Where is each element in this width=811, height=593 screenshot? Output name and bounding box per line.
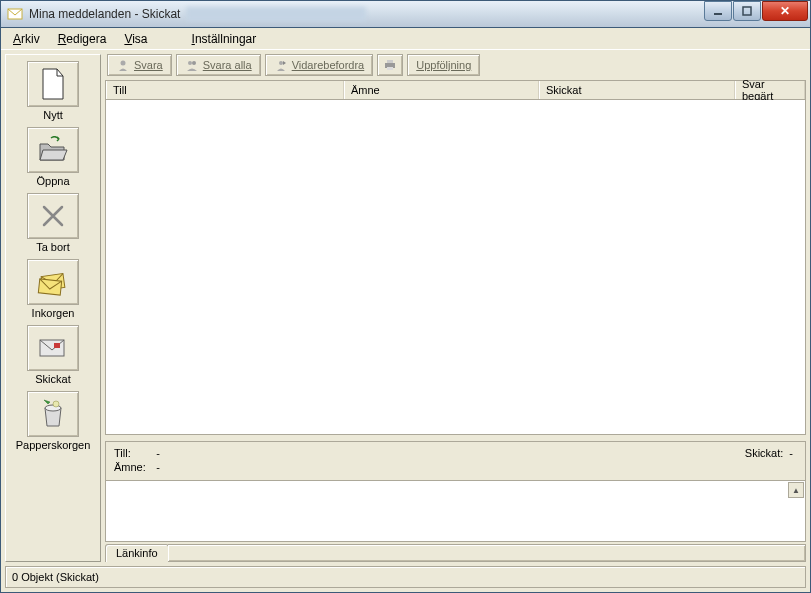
skickat-button[interactable]	[27, 325, 79, 371]
delete-icon	[39, 202, 67, 230]
svg-rect-14	[387, 60, 393, 63]
minimize-button[interactable]	[704, 1, 732, 21]
svg-point-10	[188, 61, 192, 65]
reply-all-icon	[185, 58, 199, 72]
svg-point-8	[53, 401, 59, 407]
detail-skickat-value: -	[789, 446, 793, 460]
column-label: Svar begärt	[742, 78, 798, 102]
app-icon	[7, 6, 23, 22]
svg-rect-15	[387, 67, 393, 70]
detail-till-value: -	[154, 446, 162, 460]
detail-header: Till: - Ämne: - Skickat: -	[105, 441, 806, 480]
svg-point-12	[279, 61, 283, 65]
menu-arkiv[interactable]: Arkiv	[5, 30, 48, 48]
detail-amne-value: -	[154, 460, 162, 474]
sidebar-item-label: Nytt	[43, 109, 63, 121]
new-document-icon	[39, 67, 67, 101]
status-text: 0 Objekt (Skickat)	[12, 571, 99, 583]
toolbar-label: Svara	[134, 59, 163, 71]
column-amne[interactable]: Ämne	[344, 81, 539, 99]
window-title: Mina meddelanden - Skickat	[29, 7, 180, 21]
svg-rect-1	[714, 13, 722, 15]
column-label: Ämne	[351, 84, 380, 96]
trash-icon	[38, 398, 68, 430]
svg-rect-6	[54, 343, 60, 348]
inkorgen-button[interactable]	[27, 259, 79, 305]
sidebar-item-label: Inkorgen	[32, 307, 75, 319]
svg-point-11	[192, 61, 196, 65]
svg-point-9	[121, 61, 126, 66]
sidebar-item-label: Papperskorgen	[16, 439, 91, 451]
open-folder-icon	[37, 136, 69, 164]
tab-content-bar	[168, 544, 806, 562]
sidebar-item-papperskorgen[interactable]: Papperskorgen	[13, 391, 93, 451]
column-till[interactable]: Till	[106, 81, 344, 99]
papperskorgen-button[interactable]	[27, 391, 79, 437]
content-area: Svara Svara alla Vidarebefordra	[105, 54, 806, 562]
sidebar-item-label: Ta bort	[36, 241, 70, 253]
reply-icon	[116, 58, 130, 72]
column-label: Till	[113, 84, 127, 96]
sidebar: Nytt Öppna	[5, 54, 101, 562]
column-svar[interactable]: Svar begärt	[735, 81, 805, 99]
tab-label: Länkinfo	[116, 547, 158, 559]
svg-rect-2	[743, 7, 751, 15]
tab-lankinfo[interactable]: Länkinfo	[105, 544, 169, 562]
sidebar-item-label: Skickat	[35, 373, 70, 385]
menu-label: nställningar	[195, 32, 256, 46]
menu-visa[interactable]: Visa	[116, 30, 155, 48]
client-area: Arkiv Redigera Visa Inställningar Nytt	[0, 28, 811, 593]
inbox-icon	[36, 267, 70, 297]
main-row: Nytt Öppna	[1, 50, 810, 566]
list-header: Till Ämne Skickat Svar begärt	[105, 80, 806, 100]
toolbar-label: Vidarebefordra	[292, 59, 365, 71]
sidebar-item-inkorgen[interactable]: Inkorgen	[13, 259, 93, 319]
tabort-button[interactable]	[27, 193, 79, 239]
nytt-button[interactable]	[27, 61, 79, 107]
forward-icon	[274, 58, 288, 72]
detail-skickat-label: Skickat:	[745, 446, 784, 460]
message-list[interactable]	[105, 100, 806, 435]
sidebar-item-tabort[interactable]: Ta bort	[13, 193, 93, 253]
sidebar-item-skickat[interactable]: Skickat	[13, 325, 93, 385]
vidarebefordra-button[interactable]: Vidarebefordra	[265, 54, 374, 76]
column-skickat[interactable]: Skickat	[539, 81, 735, 99]
detail-body[interactable]: ▲	[105, 480, 806, 542]
uppfoljning-button[interactable]: Uppföljning	[407, 54, 480, 76]
svara-alla-button[interactable]: Svara alla	[176, 54, 261, 76]
sidebar-item-nytt[interactable]: Nytt	[13, 61, 93, 121]
toolbar-label: Uppföljning	[416, 59, 471, 71]
statusbar: 0 Objekt (Skickat)	[5, 566, 806, 588]
menu-installningar[interactable]: Inställningar	[184, 30, 265, 48]
menu-redigera[interactable]: Redigera	[50, 30, 115, 48]
tab-row: Länkinfo	[105, 544, 806, 562]
titlebar-blur	[186, 7, 366, 21]
maximize-button[interactable]	[733, 1, 761, 21]
print-button[interactable]	[377, 54, 403, 76]
titlebar: Mina meddelanden - Skickat ✕	[0, 0, 811, 28]
menubar: Arkiv Redigera Visa Inställningar	[1, 28, 810, 50]
sidebar-item-label: Öppna	[36, 175, 69, 187]
menu-label: edigera	[66, 32, 106, 46]
scroll-up-button[interactable]: ▲	[788, 482, 804, 498]
window-controls: ✕	[703, 1, 808, 21]
svara-button[interactable]: Svara	[107, 54, 172, 76]
sidebar-item-oppna[interactable]: Öppna	[13, 127, 93, 187]
oppna-button[interactable]	[27, 127, 79, 173]
close-button[interactable]: ✕	[762, 1, 808, 21]
detail-amne-label: Ämne:	[114, 460, 154, 474]
detail-till-label: Till:	[114, 446, 154, 460]
menu-label: isa	[132, 32, 147, 46]
sent-icon	[36, 334, 70, 362]
toolbar-label: Svara alla	[203, 59, 252, 71]
toolbar: Svara Svara alla Vidarebefordra	[105, 54, 806, 80]
column-label: Skickat	[546, 84, 581, 96]
print-icon	[383, 58, 397, 72]
menu-label: rkiv	[21, 32, 40, 46]
